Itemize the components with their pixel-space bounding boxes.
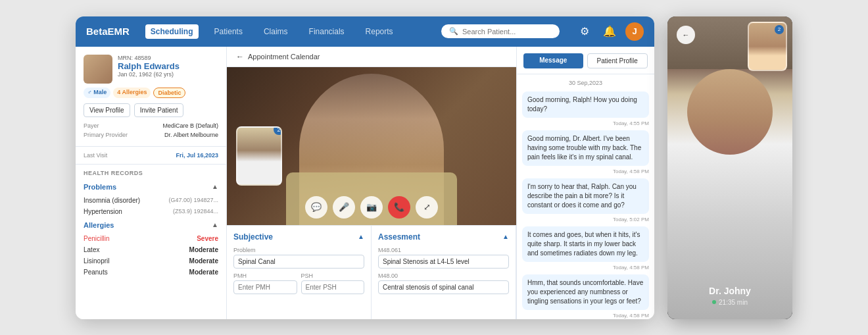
back-arrow-icon[interactable]: ← xyxy=(236,52,244,61)
patient-avatar-img xyxy=(84,55,112,84)
patient-avatar xyxy=(84,55,112,84)
allergy-name: Peanuts xyxy=(84,269,108,276)
end-call-button[interactable]: 📞 xyxy=(388,196,410,219)
nav-reports[interactable]: Reports xyxy=(360,24,398,39)
chat-time-2: Today, 5:02 PM xyxy=(522,217,649,222)
mrn-text: MRN: 48589 xyxy=(118,55,218,61)
provider-value: Dr. Albert Melbourne xyxy=(164,132,218,138)
pmh-psh-row: PMH PSH xyxy=(233,269,364,294)
problems-chevron: ▲ xyxy=(212,183,218,190)
tag-diabetic: Diabetic xyxy=(153,88,185,98)
allergy-level: Severe xyxy=(197,235,218,242)
right-chat-panel: Message Patient Profile 30 Sep,2023 Good… xyxy=(516,47,654,319)
nav-icon-group: ⚙ 🔔 J xyxy=(575,22,644,41)
m4800-input[interactable] xyxy=(378,280,509,294)
search-icon: 🔍 xyxy=(449,27,458,36)
allergy-level: Moderate xyxy=(189,257,218,265)
problem-item-insomnia: Insomnia (disorder) (G47.00) 194827... xyxy=(76,195,226,206)
breadcrumb-bar: ← Appointment Calendar xyxy=(227,47,516,67)
bell-icon[interactable]: 🔔 xyxy=(600,22,619,41)
pmh-input[interactable] xyxy=(233,280,297,294)
problem-input[interactable] xyxy=(233,255,364,269)
allergy-level: Moderate xyxy=(189,269,218,276)
patient-info: MRN: 48589 Ralph Edwards Jan 02, 1962 (6… xyxy=(76,47,226,147)
brand-logo: BetaEMR xyxy=(86,26,130,37)
subjective-chevron: ▲ xyxy=(358,233,364,240)
rv-status-dot xyxy=(712,300,716,304)
problems-list: Insomnia (disorder) (G47.00) 194827... H… xyxy=(76,195,226,217)
chat-time-4: Today, 4:58 PM xyxy=(522,313,649,319)
bottom-split: Subjective ▲ Problem PMH PSH xyxy=(227,225,516,319)
allergy-latex: Latex Moderate xyxy=(76,244,226,255)
chat-msg-0: Good morning, Ralph! How you doing today… xyxy=(522,91,649,118)
m4800-label: M48.00 xyxy=(378,272,509,279)
provider-row: Primary Provider Dr. Albert Melbourne xyxy=(84,132,218,138)
rv-mini-video: 2 xyxy=(748,22,787,71)
provider-label: Primary Provider xyxy=(84,132,128,138)
patient-tags: ♂ Male 4 Allergies Diabetic xyxy=(84,88,218,98)
payer-value: MediCare B (Default) xyxy=(162,122,218,129)
nav-scheduling[interactable]: Scheduling xyxy=(145,24,199,39)
rv-mini-badge: 2 xyxy=(775,25,784,34)
nav-financials[interactable]: Financials xyxy=(304,24,350,39)
last-visit-row: Last Visit Fri, Jul 16,2023 xyxy=(76,147,226,165)
problems-title: Problems xyxy=(84,183,116,191)
patient-name: Ralph Edwards xyxy=(118,61,218,71)
video-area: 2 💬 🎤 📷 📞 ⤢ xyxy=(227,67,516,225)
allergy-name: Penicillin xyxy=(84,235,109,242)
search-bar[interactable]: 🔍 xyxy=(441,24,560,38)
camera-ctrl-button[interactable]: 📷 xyxy=(360,196,383,219)
psh-label: PSH xyxy=(301,272,365,279)
chat-ctrl-button[interactable]: 💬 xyxy=(305,196,327,219)
subjective-title: Subjective xyxy=(233,232,273,242)
chat-msg-2: I'm sorry to hear that, Ralph. Can you d… xyxy=(522,178,649,214)
chat-msg-4: Hmm, that sounds uncomfortable. Have you… xyxy=(522,274,649,310)
chat-date: 30 Sep,2023 xyxy=(517,74,654,89)
payer-label: Payer xyxy=(84,122,99,129)
assessment-header: Assesment ▲ xyxy=(378,232,509,242)
mini-video: 2 xyxy=(236,126,282,186)
m48061-label: M48.061 xyxy=(378,247,509,253)
search-input[interactable] xyxy=(462,28,541,36)
rv-doctor-name: Dr. Johny xyxy=(667,286,792,296)
allergy-name: Latex xyxy=(84,246,99,253)
problem-item-hypertension: Hypertension (Z53.9) 192844... xyxy=(76,206,226,217)
allergy-name: Lisinopril xyxy=(84,257,109,265)
allergies-chevron: ▲ xyxy=(212,221,218,228)
content-area: MRN: 48589 Ralph Edwards Jan 02, 1962 (6… xyxy=(76,47,654,319)
user-avatar[interactable]: J xyxy=(625,22,644,41)
problem-name: Insomnia (disorder) xyxy=(84,197,140,204)
rv-status: 21:35 min xyxy=(667,299,792,306)
view-profile-button[interactable]: View Profile xyxy=(84,103,130,117)
tag-male: ♂ Male xyxy=(84,88,110,98)
problem-name: Hypertension xyxy=(84,208,122,215)
tab-patient-profile[interactable]: Patient Profile xyxy=(587,53,648,68)
expand-ctrl-button[interactable]: ⤢ xyxy=(416,196,438,219)
psh-input[interactable] xyxy=(301,280,365,294)
chat-time-3: Today, 4:58 PM xyxy=(522,265,649,271)
patient-top: MRN: 48589 Ralph Edwards Jan 02, 1962 (6… xyxy=(84,55,218,84)
problems-section-header[interactable]: Problems ▲ xyxy=(76,179,226,195)
allergy-lisinopril: Lisinopril Moderate xyxy=(76,255,226,267)
m48061-input[interactable] xyxy=(378,255,509,269)
rv-back-button[interactable]: ← xyxy=(677,26,695,44)
chat-msg-1: Good morning, Dr. Albert. I've been havi… xyxy=(522,130,649,166)
tab-message[interactable]: Message xyxy=(523,53,583,68)
subjective-panel: Subjective ▲ Problem PMH PSH xyxy=(227,226,372,319)
assessment-panel: Assesment ▲ M48.061 M48.00 xyxy=(372,226,516,319)
nav-patients[interactable]: Patients xyxy=(209,24,248,39)
mic-ctrl-button[interactable]: 🎤 xyxy=(333,196,355,219)
payer-row: Payer MediCare B (Default) xyxy=(84,122,218,129)
settings-icon[interactable]: ⚙ xyxy=(575,22,594,41)
allergies-section-header[interactable]: Allergies ▲ xyxy=(76,217,226,233)
allergy-peanuts: Peanuts Moderate xyxy=(76,267,226,278)
chat-tabs: Message Patient Profile xyxy=(517,47,654,74)
subjective-header: Subjective ▲ xyxy=(233,232,364,242)
allergy-level: Moderate xyxy=(189,246,218,253)
last-visit-value: Fri, Jul 16,2023 xyxy=(176,152,218,159)
breadcrumb-text[interactable]: Appointment Calendar xyxy=(248,53,320,61)
invite-patient-button[interactable]: Invite Patient xyxy=(134,103,184,117)
problem-field-label: Problem xyxy=(233,247,364,253)
nav-claims[interactable]: Claims xyxy=(258,24,293,39)
tag-allergy: 4 Allergies xyxy=(113,88,151,98)
